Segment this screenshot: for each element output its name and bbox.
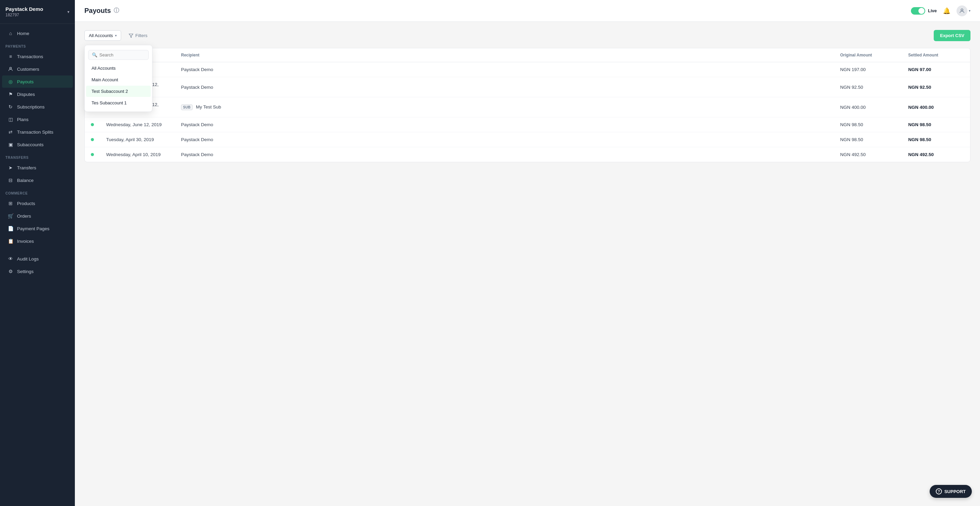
sidebar-item-orders[interactable]: 🛒 Orders [2, 210, 73, 222]
dropdown-item-tes-subaccount-1[interactable]: Tes Subaccount 1 [86, 97, 151, 108]
dropdown-item-test-subaccount-2[interactable]: Test Subaccount 2 [86, 86, 151, 97]
sidebar-item-transactions[interactable]: ≡ Transactions [2, 50, 73, 63]
table-body: Tuesday, June 3, 2020 Paystack Demo NGN … [85, 62, 970, 162]
row-recipient: Paystack Demo [175, 62, 834, 77]
balance-icon: ⊟ [8, 177, 14, 183]
sidebar-item-label: Products [17, 201, 35, 206]
support-label: SUPPORT [944, 489, 966, 494]
support-icon: ? [936, 488, 942, 495]
row-status [85, 147, 100, 162]
filter-button[interactable]: Filters [125, 31, 151, 40]
sidebar-item-products[interactable]: ⊞ Products [2, 197, 73, 209]
sidebar-item-plans[interactable]: ◫ Plans [2, 113, 73, 125]
row-original-amount: NGN 92.50 [834, 77, 902, 97]
row-original-amount: NGN 197.00 [834, 62, 902, 77]
status-active-icon [91, 123, 94, 126]
content-area: All Accounts ▾ Filters Export CSV 🔍 All … [75, 22, 980, 506]
table-row[interactable]: Tuesday, June 3, 2020 Paystack Demo NGN … [85, 62, 970, 77]
sidebar-nav: ⌂ Home PAYMENTS ≡ Transactions Customers… [0, 24, 75, 506]
sidebar-item-payment-pages[interactable]: 📄 Payment Pages [2, 222, 73, 235]
row-original-amount: NGN 98.50 [834, 117, 902, 132]
sidebar-item-invoices[interactable]: 📋 Invoices [2, 235, 73, 247]
dropdown-search-wrapper: 🔍 [88, 50, 149, 60]
recipient-name: Paystack Demo [181, 152, 213, 157]
avatar-wrapper[interactable]: ▾ [956, 5, 970, 16]
sidebar-item-label: Subaccounts [17, 142, 43, 147]
account-dropdown-button[interactable]: All Accounts ▾ [84, 30, 121, 41]
sidebar-item-subaccounts[interactable]: ▣ Subaccounts [2, 138, 73, 151]
dropdown-search-input[interactable] [99, 52, 145, 57]
sidebar-item-label: Plans [17, 117, 29, 122]
live-toggle-wrapper: Live [911, 7, 937, 14]
sidebar-item-subscriptions[interactable]: ↻ Subscriptions [2, 101, 73, 113]
sidebar-item-settings[interactable]: ⚙ Settings [2, 265, 73, 278]
payouts-table: Recipient Original Amount Settled Amount… [85, 48, 970, 162]
dropdown-item-all-accounts[interactable]: All Accounts [86, 63, 151, 74]
table-row[interactable]: Wednesday, April 10, 2019 Paystack Demo … [85, 147, 970, 162]
table-row[interactable]: Wednesday, February 12, 2020 SUB My Test… [85, 97, 970, 117]
home-icon: ⌂ [8, 30, 14, 36]
sidebar-item-customers[interactable]: Customers [2, 63, 73, 75]
settings-icon: ⚙ [8, 268, 14, 274]
company-name: Paystack Demo [5, 6, 43, 12]
sidebar-item-transaction-splits[interactable]: ⇄ Transaction Splits [2, 126, 73, 138]
subscriptions-icon: ↻ [8, 104, 14, 110]
audit-logs-icon: 👁 [8, 256, 14, 262]
export-csv-button[interactable]: Export CSV [934, 30, 970, 41]
plans-icon: ◫ [8, 116, 14, 122]
help-icon[interactable]: ⓘ [114, 7, 119, 14]
status-active-icon [91, 138, 94, 141]
status-active-icon [91, 153, 94, 156]
sidebar-item-label: Transfers [17, 165, 37, 170]
live-toggle[interactable] [911, 7, 925, 14]
sidebar-item-label: Payouts [17, 79, 34, 84]
products-icon: ⊞ [8, 200, 14, 206]
invoices-icon: 📋 [8, 238, 14, 244]
filter-icon [129, 33, 134, 38]
dropdown-item-main-account[interactable]: Main Account [86, 74, 151, 86]
sidebar-section-transfers: TRANSFERS [0, 151, 75, 162]
sidebar-item-label: Home [17, 31, 29, 36]
sidebar-item-home[interactable]: ⌂ Home [2, 27, 73, 40]
avatar-chevron-icon: ▾ [969, 9, 970, 13]
page-title-text: Payouts [84, 7, 111, 14]
support-button[interactable]: ? SUPPORT [930, 485, 972, 498]
sidebar-item-disputes[interactable]: ⚑ Disputes [2, 88, 73, 100]
sidebar-item-transfers[interactable]: ➤ Transfers [2, 162, 73, 174]
filter-label: Filters [135, 33, 147, 38]
row-settled-amount: NGN 98.50 [902, 132, 970, 147]
sidebar-item-label: Settings [17, 269, 34, 274]
transfers-icon: ➤ [8, 165, 14, 171]
sidebar-item-balance[interactable]: ⊟ Balance [2, 174, 73, 186]
sidebar-header[interactable]: Paystack Demo 182797 ▾ [0, 0, 75, 24]
dropdown-item-label: Tes Subaccount 1 [92, 100, 127, 105]
col-header-original-amount: Original Amount [834, 48, 902, 62]
sidebar-item-audit-logs[interactable]: 👁 Audit Logs [2, 253, 73, 265]
row-settled-amount: NGN 492.50 [902, 147, 970, 162]
row-recipient: Paystack Demo [175, 132, 834, 147]
sidebar-item-label: Balance [17, 178, 34, 183]
main-area: Payouts ⓘ Live 🔔 ▾ All Accounts ▾ [75, 0, 980, 506]
sidebar-item-label: Subscriptions [17, 105, 45, 109]
recipient-name: Paystack Demo [181, 67, 213, 72]
topbar-right: Live 🔔 ▾ [911, 5, 970, 16]
sidebar-item-payouts[interactable]: ◎ Payouts [2, 76, 73, 88]
notification-bell-icon[interactable]: 🔔 [943, 7, 950, 14]
dropdown-search-icon: 🔍 [92, 52, 97, 57]
customers-icon [8, 66, 14, 72]
table-row[interactable]: Tuesday, April 30, 2019 Paystack Demo NG… [85, 132, 970, 147]
row-settled-amount: NGN 98.50 [902, 117, 970, 132]
account-chevron-icon: ▾ [115, 34, 117, 37]
sidebar: Paystack Demo 182797 ▾ ⌂ Home PAYMENTS ≡… [0, 0, 75, 506]
disputes-icon: ⚑ [8, 91, 14, 97]
export-label: Export CSV [940, 33, 964, 38]
svg-point-0 [10, 67, 11, 69]
row-recipient: Paystack Demo [175, 147, 834, 162]
payouts-icon: ◎ [8, 79, 14, 85]
sidebar-section-payments: PAYMENTS [0, 40, 75, 50]
row-date: Wednesday, April 10, 2019 [100, 147, 175, 162]
table-row[interactable]: Wednesday, February 12, 2020 Paystack De… [85, 77, 970, 97]
live-label: Live [928, 8, 937, 13]
sidebar-item-label: Transaction Splits [17, 130, 53, 135]
table-row[interactable]: Wednesday, June 12, 2019 Paystack Demo N… [85, 117, 970, 132]
